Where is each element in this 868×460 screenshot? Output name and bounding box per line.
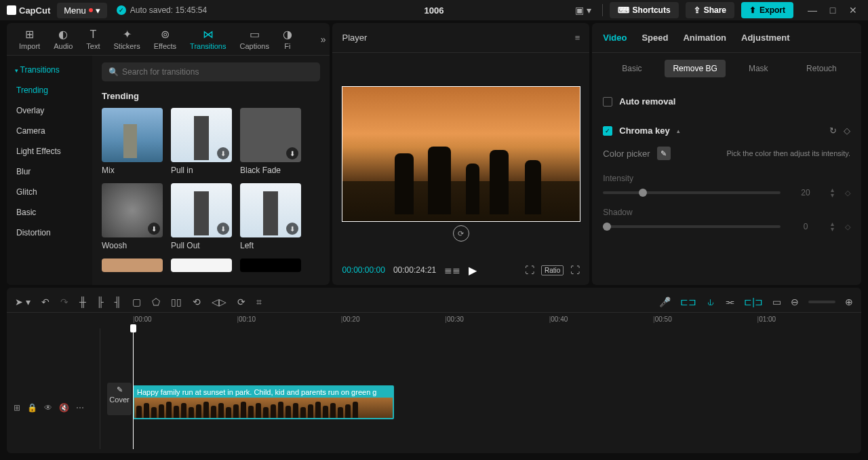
fullscreen-icon[interactable]: ⛶ xyxy=(570,265,580,275)
reset-icon[interactable]: ↻ xyxy=(829,126,837,136)
trim-right-button[interactable]: ╢ xyxy=(115,296,121,307)
marker-button[interactable]: ⬠ xyxy=(152,296,160,307)
keyframe-icon[interactable]: ◇ xyxy=(844,126,850,136)
play-button[interactable]: ▶ xyxy=(469,264,477,277)
lock-icon[interactable]: 🔒 xyxy=(27,403,37,413)
preview-icon[interactable]: ▭ xyxy=(772,296,781,307)
redo-button[interactable]: ↷ xyxy=(60,296,68,307)
chroma-key-checkbox[interactable]: ✓ xyxy=(603,126,612,136)
preview-quality-icon[interactable]: ⛶ xyxy=(525,265,534,275)
trim-left-button[interactable]: ╟ xyxy=(97,296,104,307)
compare-icon[interactable]: ≣≣ xyxy=(444,265,460,275)
player-viewport[interactable]: ⟳ xyxy=(332,53,589,255)
transition-item[interactable]: ⬇Black Fade xyxy=(240,108,301,175)
shortcuts-button[interactable]: ⌨Shortcuts xyxy=(610,2,679,18)
tab-transitions[interactable]: ⋈Transitions xyxy=(183,25,233,53)
download-icon[interactable]: ⬇ xyxy=(217,147,229,159)
search-input[interactable] xyxy=(102,62,320,81)
chain-icon[interactable]: ⫘ xyxy=(725,296,734,307)
cat-glitch[interactable]: Glitch xyxy=(7,182,92,202)
subtab-basic[interactable]: Basic xyxy=(601,60,662,77)
tab-speed[interactable]: Speed xyxy=(642,33,668,43)
timeline-body[interactable]: ⊞ 🔒 👁 🔇 ⋯ ✎Cover Happy family run at sun… xyxy=(7,326,861,449)
subtab-removebg[interactable]: Remove BG xyxy=(665,60,725,77)
subtab-retouch[interactable]: Retouch xyxy=(791,60,852,77)
frame-button[interactable]: ▯▯ xyxy=(171,296,182,307)
chevron-up-icon[interactable]: ▴ xyxy=(677,128,680,134)
crop-button[interactable]: ⌗ xyxy=(256,296,262,308)
undo-button[interactable]: ↶ xyxy=(41,296,50,307)
selection-tool[interactable]: ➤ ▾ xyxy=(15,296,31,307)
rotate-button[interactable]: ⟳ xyxy=(237,296,245,307)
transition-item[interactable] xyxy=(102,258,163,272)
share-button[interactable]: ⇪Share xyxy=(686,2,734,18)
cat-overlay[interactable]: Overlay xyxy=(7,100,92,121)
mic-icon[interactable]: 🎤 xyxy=(659,296,671,307)
layout-icon[interactable]: ▣ ▾ xyxy=(571,3,595,17)
tab-captions[interactable]: ▭Captions xyxy=(233,25,275,53)
tab-effects[interactable]: ⊚Effects xyxy=(147,25,183,53)
transition-item[interactable]: ⬇Pull Out xyxy=(171,183,232,250)
download-icon[interactable]: ⬇ xyxy=(286,223,298,235)
tab-import[interactable]: ⊞Import xyxy=(12,25,47,53)
magnet-icon[interactable]: ⊏⊐ xyxy=(680,296,696,307)
shadow-slider[interactable] xyxy=(603,225,781,228)
export-button[interactable]: ⬆Export xyxy=(741,2,793,18)
video-clip[interactable]: Happy family run at sunset in park. Chil… xyxy=(133,385,394,419)
delete-button[interactable]: ▢ xyxy=(132,296,141,307)
stepper-icon[interactable]: ▴▾ xyxy=(831,221,834,232)
sync-icon[interactable]: ⟳ xyxy=(453,225,469,242)
zoom-out-icon[interactable]: ⊖ xyxy=(791,296,799,307)
mirror-button[interactable]: ◁▷ xyxy=(212,296,226,307)
split-button[interactable]: ╫ xyxy=(79,296,86,307)
tab-audio[interactable]: ◐Audio xyxy=(47,25,79,53)
menu-button[interactable]: Menu▾ xyxy=(57,3,107,18)
cat-blur[interactable]: Blur xyxy=(7,161,92,182)
category-header[interactable]: Transitions xyxy=(7,60,92,80)
cat-camera[interactable]: Camera xyxy=(7,121,92,141)
mute-icon[interactable]: 🔇 xyxy=(59,403,69,413)
reverse-button[interactable]: ⟲ xyxy=(193,296,201,307)
stepper-icon[interactable]: ▴▾ xyxy=(831,187,834,198)
transition-item[interactable]: Mix xyxy=(102,108,163,175)
tab-stickers[interactable]: ✦Stickers xyxy=(107,25,147,53)
tab-animation[interactable]: Animation xyxy=(683,33,726,43)
download-icon[interactable]: ⬇ xyxy=(217,223,229,235)
ratio-button[interactable]: Ratio xyxy=(541,265,564,275)
playhead[interactable] xyxy=(133,326,134,449)
tab-filters[interactable]: ◑Fi xyxy=(276,25,299,53)
transition-item[interactable]: ⬇Left xyxy=(240,183,301,250)
cat-lighteffects[interactable]: Light Effects xyxy=(7,141,92,161)
video-canvas[interactable]: ⟳ xyxy=(342,86,580,222)
zoom-in-icon[interactable]: ⊕ xyxy=(845,296,853,307)
intensity-slider[interactable] xyxy=(603,191,781,194)
eyedropper-button[interactable]: ✎ xyxy=(657,147,671,160)
more-icon[interactable]: ⋯ xyxy=(76,403,84,413)
auto-removal-checkbox[interactable] xyxy=(603,97,612,107)
transition-item[interactable]: ⬇Pull in xyxy=(171,108,232,175)
transition-item[interactable] xyxy=(240,258,301,272)
cat-distortion[interactable]: Distortion xyxy=(7,223,92,243)
close-button[interactable]: ✕ xyxy=(845,2,861,18)
keyframe-icon[interactable]: ◇ xyxy=(845,189,850,197)
tab-video[interactable]: Video xyxy=(603,33,627,43)
expand-icon[interactable]: ⊞ xyxy=(14,403,20,413)
eye-icon[interactable]: 👁 xyxy=(44,403,52,413)
player-menu-icon[interactable]: ≡ xyxy=(575,33,580,43)
zoom-slider[interactable] xyxy=(808,301,835,303)
minimize-button[interactable]: — xyxy=(804,2,821,18)
transition-item[interactable]: ⬇Woosh xyxy=(102,183,163,250)
tab-adjustment[interactable]: Adjustment xyxy=(741,33,790,43)
more-tabs-button[interactable]: » xyxy=(321,34,326,45)
cat-trending[interactable]: Trending xyxy=(7,80,92,100)
tab-text[interactable]: TText xyxy=(79,26,106,53)
transition-item[interactable] xyxy=(171,258,232,272)
timeline-ruler[interactable]: |00:00 |00:10 |00:20 |00:30 |00:40 |00:5… xyxy=(7,312,861,326)
maximize-button[interactable]: □ xyxy=(825,2,841,18)
download-icon[interactable]: ⬇ xyxy=(148,223,160,235)
keyframe-icon[interactable]: ◇ xyxy=(845,223,850,231)
download-icon[interactable]: ⬇ xyxy=(286,147,298,159)
subtab-mask[interactable]: Mask xyxy=(728,60,789,77)
cat-basic[interactable]: Basic xyxy=(7,202,92,223)
link-icon[interactable]: ⫝ xyxy=(706,296,715,307)
